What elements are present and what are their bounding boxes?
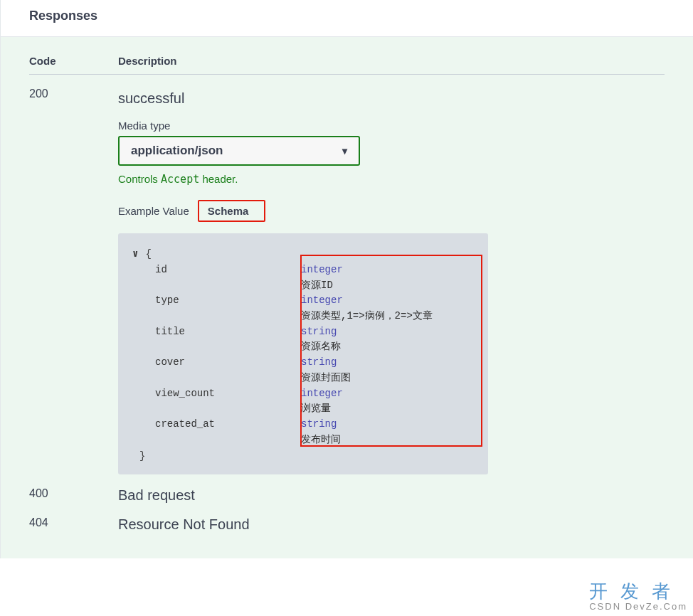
- prop-desc: 资源封面图: [301, 371, 475, 386]
- controls-code: Accept: [161, 173, 199, 186]
- prop-type: string: [301, 324, 475, 340]
- prop-type: integer: [301, 262, 475, 278]
- tab-example-value[interactable]: Example Value: [118, 205, 189, 217]
- response-description: successful: [118, 90, 665, 107]
- prop-type: string: [301, 417, 475, 432]
- schema-box: ∨ { id integer资源ID type integer资源类型,1=>病…: [118, 233, 488, 474]
- schema-property: view_count integer浏览量: [155, 386, 475, 417]
- response-row-400: 400 Bad request: [29, 487, 665, 504]
- prop-type: integer: [301, 386, 475, 402]
- responses-header: Responses: [0, 0, 693, 37]
- controls-prefix: Controls: [118, 173, 161, 185]
- schema-property: title string资源名称: [155, 324, 475, 355]
- prop-desc: 资源名称: [301, 339, 475, 355]
- prop-name: title: [155, 324, 301, 355]
- prop-name: cover: [155, 355, 301, 386]
- prop-name: id: [155, 262, 301, 293]
- response-row-200: 200 successful Media type application/js…: [29, 87, 665, 474]
- prop-name: view_count: [155, 386, 301, 417]
- prop-type: string: [301, 355, 475, 371]
- brace-close: }: [139, 450, 475, 462]
- controls-suffix: header.: [199, 173, 238, 185]
- tab-schema[interactable]: Schema: [198, 200, 266, 222]
- prop-desc: 资源类型,1=>病例，2=>文章: [301, 309, 475, 324]
- schema-properties: id integer资源ID type integer资源类型,1=>病例，2=…: [155, 262, 475, 447]
- prop-type: integer: [301, 293, 475, 309]
- prop-desc: 发布时间: [301, 432, 475, 448]
- media-type-select[interactable]: application/json ▾: [118, 136, 360, 166]
- responses-content: Code Description 200 successful Media ty…: [0, 37, 693, 558]
- media-type-label: Media type: [118, 120, 665, 132]
- schema-property: created_at string发布时间: [155, 417, 475, 447]
- chevron-down-icon: ▾: [342, 145, 347, 156]
- response-row-404: 404 Resource Not Found: [29, 516, 665, 533]
- responses-table-header: Code Description: [29, 55, 665, 75]
- brace-open: {: [145, 248, 151, 260]
- prop-name: type: [155, 293, 301, 324]
- responses-title: Responses: [29, 9, 665, 23]
- chevron-down-icon: ∨: [132, 248, 138, 260]
- header-description: Description: [118, 55, 665, 67]
- prop-name: created_at: [155, 417, 301, 447]
- header-code: Code: [29, 55, 118, 67]
- response-description: Bad request: [118, 487, 665, 504]
- schema-property: type integer资源类型,1=>病例，2=>文章: [155, 293, 475, 324]
- response-description: Resource Not Found: [118, 516, 665, 533]
- media-type-value: application/json: [131, 144, 223, 158]
- prop-desc: 资源ID: [301, 278, 475, 294]
- model-tabs: Example Value Schema: [118, 200, 665, 222]
- schema-toggle[interactable]: ∨ {: [132, 248, 475, 260]
- response-code: 400: [29, 487, 118, 504]
- response-code: 404: [29, 516, 118, 533]
- controls-accept-line: Controls Accept header.: [118, 173, 665, 186]
- schema-property: id integer资源ID: [155, 262, 475, 293]
- response-code: 200: [29, 87, 118, 474]
- schema-property: cover string资源封面图: [155, 355, 475, 386]
- prop-desc: 浏览量: [301, 401, 475, 417]
